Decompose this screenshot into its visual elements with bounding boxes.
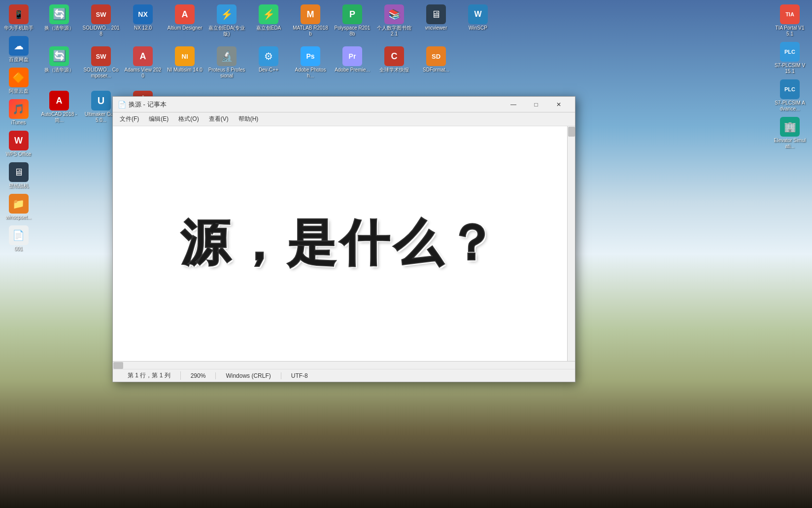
maximize-button[interactable]: □ — [525, 97, 547, 112]
sidebar-item-wps[interactable]: W WPS Office — [1, 129, 36, 159]
text-area[interactable]: 源，是什么？ — [113, 126, 567, 361]
winscp-label: WinSCP — [469, 25, 487, 31]
top-solidworks-composer[interactable]: SW SOLIDWO... Composer... — [81, 44, 121, 81]
right-elevator[interactable]: 🏢 Elevator Simulati... — [773, 115, 807, 151]
autocad-label: AutoCAD 2018 - 简... — [40, 111, 78, 123]
top-book[interactable]: 📚 个人数字图书馆2.1 — [374, 2, 414, 39]
huan-yuan2-label: 换（清华源） — [44, 67, 74, 73]
scrollbar-thumb[interactable] — [568, 127, 575, 137]
matlab-label: MATLAB R2018b — [292, 25, 329, 37]
sidebar-item-ali[interactable]: 🔶 阿里云盘 — [1, 66, 36, 96]
sidebar-item-winscp-settings[interactable]: 📁 winscpset... — [1, 192, 36, 222]
top-jiali-pro[interactable]: ⚡ 嘉立创EDA(专业版) — [207, 2, 246, 39]
status-position: 第 1 行，第 1 列 — [118, 371, 181, 380]
altium-label: Altium Designer — [168, 25, 203, 31]
vnc-label: vncviewer — [425, 25, 447, 31]
right-tia-portal[interactable]: TIA TIA Portal V15.1 — [773, 2, 807, 39]
window-menubar: 文件(F) 编辑(E) 格式(O) 查看(V) 帮助(H) — [113, 112, 575, 126]
menu-view[interactable]: 查看(V) — [204, 113, 234, 125]
elevator-label: Elevator Simulati... — [774, 138, 806, 149]
right-plc-s7[interactable]: PLC S7-PLCSIM V15.1 — [773, 40, 807, 76]
devcpp-label: Dev-C++ — [259, 67, 278, 73]
wallpaper-label: 壁纸战机 — [9, 183, 29, 189]
s7adv-icon: PLC — [780, 79, 800, 99]
ni-label: NI Multisim 14.0 — [167, 67, 203, 73]
ni-icon: NI — [175, 46, 195, 66]
close-button[interactable]: ✕ — [547, 97, 570, 112]
h-scrollbar-thumb[interactable] — [113, 362, 123, 369]
menu-format[interactable]: 格式(O) — [173, 113, 203, 125]
top-photoshop[interactable]: Ps Adobe Photosh... — [291, 44, 330, 81]
window-controls: — □ ✕ — [502, 97, 570, 112]
right-s7-adv[interactable]: PLC S7-PLCSIM Advance... — [773, 77, 807, 114]
notepad-window: 📄 换源 - 记事本 — □ ✕ 文件(F) 编辑(E) 格式(O) 查看(V)… — [112, 96, 575, 382]
sidebar-item-001[interactable]: 📄 001 — [1, 223, 36, 254]
right-icons: TIA TIA Portal V15.1 PLC S7-PLCSIM V15.1… — [768, 0, 812, 151]
top-solidworks[interactable]: SW SOLIDWO... 2018 — [81, 2, 121, 39]
window-title: 换源 - 记事本 — [129, 100, 502, 109]
jiali-eda-label: 嘉立创EDA — [256, 25, 281, 31]
itunes-icon: 🎵 — [9, 99, 29, 119]
wps-label: WPS Office — [6, 151, 32, 157]
top-cnki[interactable]: C 全球学术快报 — [374, 44, 414, 81]
sidebar-item-huawei[interactable]: 📱 华为手机助手 — [1, 2, 36, 33]
premiere-label: Adobe Premie... — [335, 67, 370, 73]
menu-edit[interactable]: 编辑(E) — [144, 113, 173, 125]
top-matlab[interactable]: M MATLAB R2018b — [291, 2, 330, 39]
top-polyspace[interactable]: P Polyspace R2018b — [333, 2, 372, 39]
vertical-scrollbar[interactable] — [567, 126, 575, 361]
top-proteus[interactable]: 🔬 Proteus 8 Professional — [207, 44, 246, 81]
plc-label: S7-PLCSIM V15.1 — [774, 63, 806, 74]
top-sdformat[interactable]: SD SDFormat... — [416, 44, 456, 81]
sdformat-icon: SD — [426, 46, 446, 66]
altium-icon: A — [175, 4, 195, 24]
polyspace-label: Polyspace R2018b — [334, 25, 371, 37]
vnc-icon: 🖥 — [426, 4, 446, 24]
photoshop-icon: Ps — [301, 46, 320, 66]
top-devcpp[interactable]: ⚙ Dev-C++ — [249, 44, 288, 81]
top-autocad[interactable]: A AutoCAD 2018 - 简... — [39, 89, 79, 125]
top-altium[interactable]: A Altium Designer — [165, 2, 204, 39]
wallpaper-icon: 🖥 — [9, 162, 29, 182]
menu-file[interactable]: 文件(F) — [115, 113, 144, 125]
window-titlebar[interactable]: 📄 换源 - 记事本 — □ ✕ — [113, 97, 575, 112]
tia-label: TIA Portal V15.1 — [774, 25, 806, 37]
nx12-icon: NX — [133, 4, 153, 24]
baidu-icon: ☁ — [9, 36, 29, 56]
jiali-pro-label: 嘉立创EDA(专业版) — [208, 25, 245, 37]
devcpp-icon: ⚙ — [259, 46, 278, 66]
top-premiere[interactable]: Pr Adobe Premie... — [333, 44, 372, 81]
sidebar-item-baidu[interactable]: ☁ 百度网盘 — [1, 34, 36, 65]
top-nx12[interactable]: NX NX 12.0 — [123, 2, 163, 39]
desktop: 📱 华为手机助手 ☁ 百度网盘 🔶 阿里云盘 🎵 iTunes W WPS Of… — [0, 0, 812, 508]
minimize-button[interactable]: — — [502, 97, 525, 112]
winscp-icon: W — [468, 4, 488, 24]
adams-icon: A — [133, 46, 153, 66]
jiali-pro-icon: ⚡ — [217, 4, 237, 24]
sidebar-icons: 📱 华为手机助手 ☁ 百度网盘 🔶 阿里云盘 🎵 iTunes W WPS Of… — [0, 0, 37, 429]
horizontal-scrollbar[interactable] — [113, 361, 575, 369]
proteus-label: Proteus 8 Professional — [208, 67, 245, 79]
top-ni-multisim[interactable]: NI NI Multisim 14.0 — [165, 44, 204, 81]
jiali-eda-icon: ⚡ — [259, 4, 278, 24]
file-001-icon: 📄 — [9, 225, 29, 245]
top-huan-yuan[interactable]: 🔄 换（清华源） — [39, 2, 79, 39]
itunes-label: iTunes — [11, 120, 26, 126]
solidworks-composer-icon: SW — [91, 46, 111, 66]
sidebar-item-wallpaper[interactable]: 🖥 壁纸战机 — [1, 160, 36, 191]
top-jiali-eda[interactable]: ⚡ 嘉立创EDA — [249, 2, 288, 39]
solidworks-label: SOLIDWO... 2018 — [82, 25, 120, 37]
ali-icon: 🔶 — [9, 68, 29, 87]
autocad-icon: A — [49, 91, 69, 110]
baidu-label: 百度网盘 — [9, 57, 29, 63]
top-adams[interactable]: A Adams View 2020 — [123, 44, 163, 81]
huawei-icon: 📱 — [9, 4, 29, 24]
status-zoom: 290% — [181, 372, 216, 379]
sidebar-item-itunes[interactable]: 🎵 iTunes — [1, 97, 36, 128]
top-winscp[interactable]: W WinSCP — [458, 2, 498, 39]
top-huan-yuan2[interactable]: 🔄 换（清华源） — [39, 44, 79, 81]
book-label: 个人数字图书馆2.1 — [375, 25, 413, 37]
proteus-icon: 🔬 — [217, 46, 237, 66]
top-vncviewer[interactable]: 🖥 vncviewer — [416, 2, 456, 39]
menu-help[interactable]: 帮助(H) — [234, 113, 264, 125]
